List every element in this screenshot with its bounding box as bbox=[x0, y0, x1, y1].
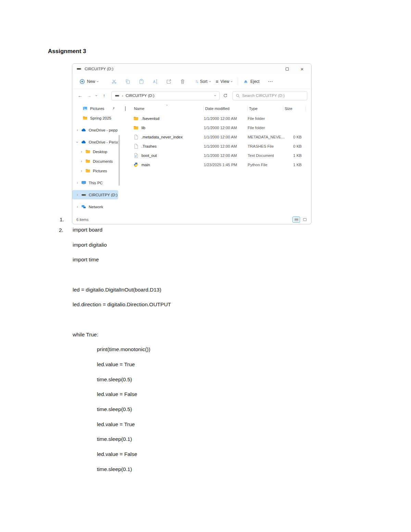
sidebar-item-circuitpy[interactable]: › CIRCUITPY (D:) bbox=[72, 190, 118, 199]
eject-icon bbox=[243, 79, 248, 84]
sidebar-item-documents[interactable]: › Documents bbox=[72, 157, 118, 166]
thumbnail-view-button[interactable] bbox=[301, 216, 309, 223]
chevron-right-icon[interactable]: › bbox=[76, 128, 79, 132]
close-icon: × bbox=[301, 66, 304, 72]
sort-label: Sort bbox=[200, 79, 208, 84]
chevron-right-icon[interactable]: › bbox=[76, 181, 79, 185]
sidebar-item-spring-2025[interactable]: Spring 2025 bbox=[72, 113, 118, 123]
sidebar-item-onedrive-personal[interactable]: › OneDrive - Perso bbox=[72, 137, 118, 147]
maximize-icon bbox=[286, 67, 289, 71]
search-box bbox=[233, 91, 307, 100]
search-input[interactable] bbox=[242, 94, 304, 98]
column-header-name[interactable]: Name bbox=[133, 106, 204, 111]
address-bar: ← → › ↑ › CIRCUITPY (D:) › bbox=[72, 89, 311, 102]
file-name: .fseventsd bbox=[141, 116, 159, 121]
usb-drive-icon bbox=[115, 93, 120, 98]
recent-locations-button[interactable]: › bbox=[94, 93, 99, 98]
chevron-right-icon[interactable]: › bbox=[80, 150, 83, 153]
paste-button[interactable] bbox=[135, 77, 148, 86]
address-dropdown-icon[interactable]: › bbox=[213, 95, 217, 96]
plus-circle-icon bbox=[79, 79, 85, 84]
file-size: 1 KB bbox=[283, 153, 306, 158]
delete-button[interactable] bbox=[176, 77, 189, 86]
file-name: .metadata_never_index bbox=[141, 135, 183, 139]
column-headers: Name Date modified Type Size › bbox=[124, 103, 310, 114]
column-header-size[interactable]: Size bbox=[283, 106, 306, 111]
sidebar-item-label: OneDrive - pepp bbox=[89, 128, 117, 132]
view-button[interactable]: ≡ View › bbox=[213, 77, 235, 86]
table-row[interactable]: main 1/23/2025 1:45 PM Python File 1 KB bbox=[124, 160, 310, 169]
sidebar-item-label: Pictures bbox=[90, 107, 104, 111]
refresh-button[interactable] bbox=[221, 93, 230, 98]
code-line: import digitalio bbox=[73, 237, 285, 252]
breadcrumb[interactable]: › CIRCUITPY (D:) › bbox=[111, 91, 220, 100]
table-row[interactable]: .Trashes 1/1/2000 12:00 AM TRASHES File … bbox=[124, 141, 310, 151]
view-label: View bbox=[221, 79, 229, 84]
sidebar-item-label: Network bbox=[89, 205, 103, 209]
details-view-button[interactable] bbox=[292, 216, 300, 223]
breadcrumb-separator-icon: › bbox=[122, 94, 123, 98]
sidebar-item-desktop[interactable]: › Desktop bbox=[72, 147, 118, 156]
file-date: 1/23/2025 1:45 PM bbox=[204, 163, 248, 167]
code-line: led.value = True bbox=[73, 417, 285, 432]
close-button[interactable]: × bbox=[298, 65, 306, 72]
chevron-right-icon[interactable]: › bbox=[76, 205, 79, 209]
chevron-down-icon: › bbox=[95, 95, 99, 96]
search-icon bbox=[236, 94, 240, 98]
item-count: 6 items bbox=[76, 218, 88, 222]
maximize-button[interactable] bbox=[283, 65, 291, 72]
sidebar-item-label: CIRCUITPY (D:) bbox=[89, 193, 117, 197]
chevron-down-icon: › bbox=[96, 81, 100, 82]
chevron-right-icon[interactable]: › bbox=[80, 169, 83, 173]
table-row[interactable]: lib 1/1/2000 12:00 AM File folder bbox=[124, 123, 310, 132]
sidebar-item-label: Pictures bbox=[93, 169, 107, 173]
file-type: Text Document bbox=[248, 153, 283, 158]
sidebar-item-pictures[interactable]: › Pictures bbox=[72, 166, 118, 175]
table-row[interactable]: .fseventsd 1/1/2000 12:00 AM File folder bbox=[124, 114, 310, 123]
column-header-date[interactable]: Date modified bbox=[204, 106, 248, 111]
up-button[interactable]: ↑ bbox=[100, 93, 108, 98]
chevron-right-icon[interactable]: › bbox=[76, 193, 79, 197]
see-more-button[interactable]: ⋯ bbox=[265, 77, 275, 86]
breadcrumb-drive[interactable]: CIRCUITPY (D:) bbox=[126, 94, 154, 98]
sidebar-item-network[interactable]: › Network bbox=[72, 202, 118, 211]
sidebar-item-pictures-pinned[interactable]: Pictures bbox=[72, 104, 118, 113]
code-line: while True: bbox=[73, 327, 285, 342]
folder-icon bbox=[85, 168, 91, 174]
page-title: Assignment 3 bbox=[48, 48, 86, 55]
cut-button[interactable] bbox=[107, 77, 121, 86]
eject-button[interactable]: Eject bbox=[241, 77, 262, 86]
share-button[interactable] bbox=[162, 77, 176, 86]
chevron-right-icon[interactable]: › bbox=[80, 159, 83, 163]
usb-drive-icon bbox=[81, 192, 87, 198]
new-button[interactable]: New › bbox=[77, 77, 101, 86]
navigation-pane: Pictures Spring 2025 › OneDr bbox=[72, 102, 120, 215]
new-label: New bbox=[87, 79, 95, 84]
sidebar-item-this-pc[interactable]: › This PC bbox=[72, 178, 118, 187]
file-name: main bbox=[141, 163, 150, 167]
sidebar-item-onedrive-work[interactable]: › OneDrive - pepp bbox=[72, 125, 118, 135]
back-button[interactable]: ← bbox=[76, 93, 84, 98]
file-date: 1/1/2000 12:00 AM bbox=[204, 126, 248, 130]
table-row[interactable]: .metadata_never_index 1/1/2000 12:00 AM … bbox=[124, 132, 310, 141]
file-name: lib bbox=[141, 126, 146, 130]
command-toolbar: New › bbox=[72, 74, 311, 89]
text-document-icon bbox=[133, 153, 139, 158]
file-type: METADATA_NEVE... bbox=[248, 135, 283, 139]
column-header-type[interactable]: Type bbox=[248, 106, 283, 111]
python-file-icon bbox=[133, 162, 139, 168]
details-view-icon bbox=[295, 218, 298, 219]
select-all-checkbox[interactable] bbox=[125, 106, 126, 111]
chevron-down-icon[interactable]: › bbox=[75, 141, 79, 143]
rename-button[interactable] bbox=[148, 77, 162, 86]
forward-button[interactable]: → bbox=[85, 93, 93, 98]
sort-button[interactable]: ↑↓ Sort › bbox=[193, 77, 213, 86]
copy-button[interactable] bbox=[121, 77, 135, 86]
sidebar-item-label: Desktop bbox=[93, 150, 107, 154]
sidebar-scrollbar[interactable] bbox=[119, 135, 120, 186]
file-list: Name Date modified Type Size › .fsevents… bbox=[120, 102, 311, 215]
code-line: time.sleep(0.5) bbox=[73, 372, 285, 387]
folder-icon bbox=[83, 115, 88, 121]
folder-icon bbox=[85, 149, 91, 154]
table-row[interactable]: boot_out 1/1/2000 12:00 AM Text Document… bbox=[124, 151, 310, 160]
